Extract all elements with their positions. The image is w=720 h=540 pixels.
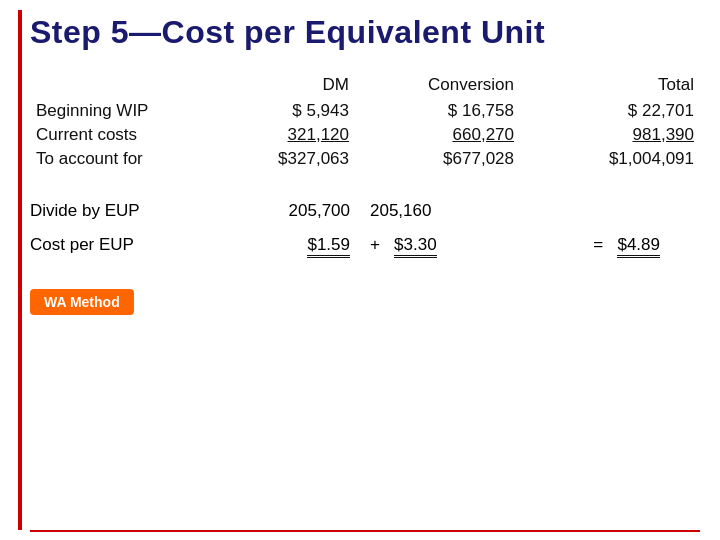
cost-per-eup-plus-conv: + $3.30 xyxy=(360,235,520,255)
divide-label: Divide by EUP xyxy=(30,201,190,221)
row-dm-to-account-for: $327,063 xyxy=(190,147,355,171)
header-label-empty xyxy=(30,73,190,99)
plus-sign: + xyxy=(370,235,380,254)
page-title: Step 5—Cost per Equivalent Unit xyxy=(30,14,700,51)
table-row: Current costs 321,120 660,270 981,390 xyxy=(30,123,700,147)
divide-by-eup-row: Divide by EUP 205,700 205,160 xyxy=(30,201,700,221)
cost-per-eup-label: Cost per EUP xyxy=(30,235,190,255)
row-conv-current-costs: 660,270 xyxy=(355,123,520,147)
current-costs-dm-value: 321,120 xyxy=(288,125,349,144)
row-label-beginning-wip: Beginning WIP xyxy=(30,99,190,123)
row-label-current-costs: Current costs xyxy=(30,123,190,147)
header-dm: DM xyxy=(190,73,355,99)
page-container: Step 5—Cost per Equivalent Unit DM Conve… xyxy=(0,0,720,540)
cost-per-eup-row: Cost per EUP $1.59 + $3.30 = $4.89 xyxy=(30,235,700,255)
row-conv-to-account-for: $677,028 xyxy=(355,147,520,171)
current-costs-total-value: 981,390 xyxy=(633,125,694,144)
wa-method-badge: WA Method xyxy=(30,289,134,315)
row-dm-beginning-wip: $ 5,943 xyxy=(190,99,355,123)
row-total-to-account-for: $1,004,091 xyxy=(520,147,700,171)
header-total: Total xyxy=(520,73,700,99)
table-row: Beginning WIP $ 5,943 $ 16,758 $ 22,701 xyxy=(30,99,700,123)
header-conversion: Conversion xyxy=(355,73,520,99)
content-area: Step 5—Cost per Equivalent Unit DM Conve… xyxy=(30,0,720,315)
table-row: To account for $327,063 $677,028 $1,004,… xyxy=(30,147,700,171)
divide-dm-value: 205,700 xyxy=(190,201,360,221)
left-border-decoration xyxy=(18,10,22,530)
cost-per-eup-total-value: $4.89 xyxy=(617,235,660,258)
current-costs-conv-value: 660,270 xyxy=(453,125,514,144)
table-header-row: DM Conversion Total xyxy=(30,73,700,99)
row-total-beginning-wip: $ 22,701 xyxy=(520,99,700,123)
row-total-current-costs: 981,390 xyxy=(520,123,700,147)
row-label-to-account-for: To account for xyxy=(30,147,190,171)
bottom-section: Divide by EUP 205,700 205,160 Cost per E… xyxy=(30,201,700,255)
divide-conv-value: 205,160 xyxy=(360,201,520,221)
cost-per-eup-dm: $1.59 xyxy=(190,235,360,255)
bottom-rule-decoration xyxy=(30,530,700,532)
cost-per-eup-conv-value: $3.30 xyxy=(394,235,437,258)
cost-per-eup-dm-value: $1.59 xyxy=(307,235,350,258)
cost-per-eup-equals-total: = $4.89 xyxy=(520,235,660,255)
row-dm-current-costs: 321,120 xyxy=(190,123,355,147)
row-conv-beginning-wip: $ 16,758 xyxy=(355,99,520,123)
cost-table: DM Conversion Total Beginning WIP $ 5,94… xyxy=(30,73,700,171)
equals-sign: = xyxy=(593,235,603,254)
